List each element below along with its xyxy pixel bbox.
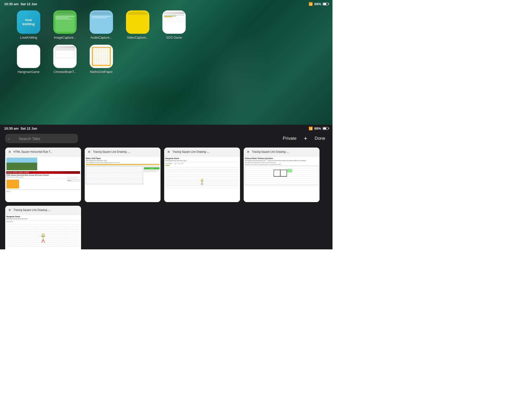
private-button[interactable]: Private: [281, 135, 298, 142]
tab-card-3[interactable]: ✕ Tracing Square Line Drawing -... Hangm…: [164, 148, 240, 202]
battery-icon: [323, 3, 328, 5]
tab-card-1[interactable]: ✕ HTML Square Horizontal Rule T... HTML …: [5, 148, 81, 202]
tab-close-1[interactable]: ✕: [7, 150, 12, 154]
done-button[interactable]: Done: [312, 135, 327, 142]
tab-title-2: Tracing Square Line Drawing -...: [93, 150, 158, 153]
app-label-loveknitting: LoveKnitting: [20, 36, 37, 39]
tab-header-1: ✕ HTML Square Horizontal Rule T...: [5, 148, 81, 156]
tab-content-4: Chinese Brain Twisters Question RJM Prog…: [244, 156, 320, 202]
svg-rect-7: [280, 170, 287, 176]
app-hangmangame[interactable]: HangmanGame: [16, 45, 42, 74]
tab-header-2: ✕ Tracing Square Line Drawing -...: [85, 148, 161, 156]
tab-content-3: Hangman Game RJM Programming; December, …: [164, 156, 240, 202]
app-audiocapture[interactable]: AudioCapture...: [88, 10, 114, 39]
svg-rect-9: [287, 169, 292, 172]
battery-percentage: 68%: [314, 2, 321, 6]
app-row-1: loveknitting LoveKnitting Ima: [16, 10, 317, 39]
tab-title-4: Tracing Square Line Drawing -...: [252, 150, 317, 153]
app-videocapture[interactable]: VideoCapture...: [125, 10, 151, 39]
tab-card-4[interactable]: ✕ Tracing Square Line Drawing -... Chine…: [244, 148, 320, 202]
tab-close-4[interactable]: ✕: [246, 150, 250, 154]
tab-header-4: ✕ Tracing Square Line Drawing -...: [244, 148, 320, 156]
app-label-chinesebraint: ChineseBrainT...: [54, 70, 76, 74]
tab-title-5: Tracing Square Line Drawing -...: [14, 209, 79, 211]
app-icon-chinesebraint: [53, 45, 77, 68]
app-imagecapture[interactable]: ImageCapture...: [52, 10, 78, 39]
tab-grid: ✕ HTML Square Horizontal Rule T... HTML …: [0, 145, 332, 249]
tab-card-2[interactable]: ✕ Tracing Square Line Drawing -... Maths…: [85, 148, 161, 202]
app-label-sosgame: SOS Game: [166, 36, 182, 39]
new-tab-button[interactable]: +: [302, 134, 309, 143]
tab-close-3[interactable]: ✕: [166, 150, 171, 154]
tab-title-1: HTML Square Horizontal Rule T...: [14, 150, 79, 153]
tab-close-2[interactable]: ✕: [87, 150, 91, 154]
svg-line-14: [42, 240, 43, 243]
status-bar-bottom: 10:35 am Sat 12 Jan 📶 68%: [0, 125, 332, 132]
battery-icon-bottom: [323, 127, 328, 130]
home-screen: 10:35 am Sat 12 Jan 📶 68% loveknitting L…: [0, 0, 332, 125]
app-row-2: HangmanGame ChineseBrainT...: [16, 45, 317, 74]
svg-rect-6: [274, 170, 280, 176]
app-icon-hangmangame: [17, 45, 40, 68]
app-loveknitting[interactable]: loveknitting LoveKnitting: [16, 10, 42, 39]
app-label-videocapture: VideoCapture...: [127, 36, 148, 39]
app-icon-sosgame: [162, 10, 186, 34]
tab-toolbar: ⌕ Private + Done: [0, 132, 332, 145]
search-tabs-input-container[interactable]: [5, 134, 78, 143]
search-tabs-wrapper[interactable]: ⌕: [5, 134, 78, 143]
app-label-imagecapture: ImageCapture...: [54, 36, 76, 39]
app-icon-loveknitting: loveknitting: [17, 10, 40, 34]
svg-line-4: [201, 183, 202, 185]
app-sosgame[interactable]: SOS Game: [161, 10, 187, 39]
app-icon-videocapture: [126, 10, 149, 34]
wifi-icon-bottom: 📶: [309, 127, 313, 130]
tab-close-5[interactable]: ✕: [7, 208, 12, 212]
status-time-bottom: 10:35 am Sat 12 Jan: [4, 127, 37, 130]
tab-content-2: Maths Grid Paper RJM Programming; Decemb…: [85, 156, 161, 202]
wifi-icon: 📶: [309, 2, 313, 6]
status-bar-top: 10:35 am Sat 12 Jan 📶 68%: [0, 0, 332, 8]
tab-content-1: HTML Square Horizontal Rule Tracing SOS …: [5, 156, 81, 202]
tab-card-5[interactable]: ✕ Tracing Square Line Drawing -... Hangm…: [5, 206, 81, 249]
tab-title-3: Tracing Square Line Drawing -...: [172, 150, 238, 153]
tab-content-5: Hangman Game RJM Programming; December, …: [5, 215, 81, 249]
tab-header-5: ✕ Tracing Square Line Drawing -...: [5, 206, 81, 215]
app-label-audiocapture: AudioCapture...: [90, 36, 112, 39]
app-label-mathsgridpaper: MathsGridPaper: [90, 70, 112, 74]
tab-header-3: ✕ Tracing Square Line Drawing -...: [164, 148, 240, 156]
app-grid: loveknitting LoveKnitting Ima: [16, 10, 317, 74]
svg-point-10: [42, 234, 44, 236]
app-label-hangmangame: HangmanGame: [18, 70, 40, 74]
app-mathsgridpaper[interactable]: MathsGridPaper: [88, 45, 114, 74]
app-icon-audiocapture: [90, 10, 113, 34]
battery-percentage-bottom: 68%: [314, 127, 321, 130]
svg-point-0: [201, 179, 203, 181]
app-chinesebraint[interactable]: ChineseBrainT...: [52, 45, 78, 74]
tab-switcher: 10:35 am Sat 12 Jan 📶 68% ⌕ Private + Do…: [0, 125, 332, 249]
app-icon-imagecapture: [53, 10, 77, 34]
status-time: 10:35 am Sat 12 Jan: [4, 2, 37, 6]
svg-line-5: [202, 183, 203, 185]
search-tabs-input[interactable]: [14, 136, 75, 141]
svg-line-15: [43, 240, 45, 243]
app-icon-mathsgridpaper: [90, 45, 113, 68]
